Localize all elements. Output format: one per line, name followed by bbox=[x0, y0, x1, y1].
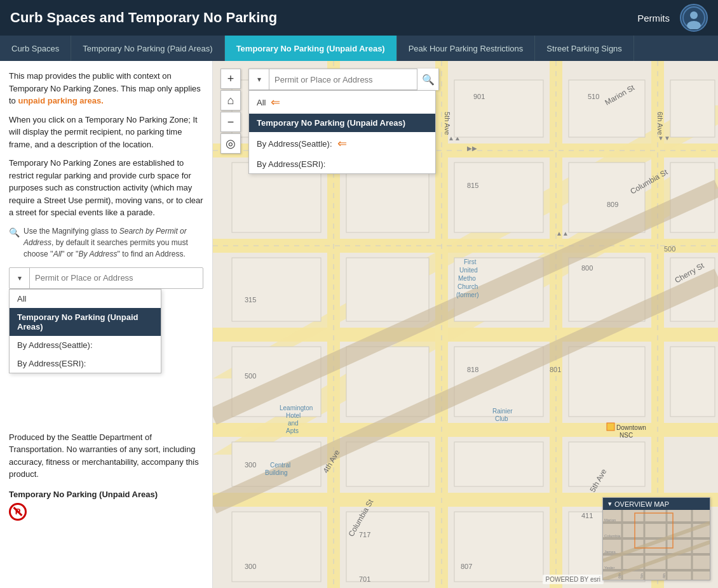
svg-text:809: 809 bbox=[607, 201, 618, 208]
sidebar-footer: Produced by the Seattle Department of Tr… bbox=[9, 431, 203, 481]
sidebar-search-bar: ▾ bbox=[9, 267, 203, 289]
svg-rect-53 bbox=[454, 512, 543, 582]
sidebar-search-input[interactable] bbox=[30, 273, 203, 283]
plus-icon: + bbox=[227, 72, 234, 86]
svg-text:First: First bbox=[464, 258, 477, 265]
svg-text:▲▲: ▲▲ bbox=[556, 230, 569, 237]
svg-text:and: and bbox=[288, 420, 299, 427]
locate-button[interactable]: ◎ bbox=[220, 133, 241, 154]
map-dropdown-item-seattle[interactable]: By Address(Seattle): ⇐ bbox=[249, 132, 435, 155]
svg-text:Club: Club bbox=[495, 415, 508, 422]
svg-rect-37 bbox=[232, 258, 321, 321]
sidebar-dropdown-item-esri[interactable]: By Address(ESRI): bbox=[10, 354, 161, 373]
sidebar-dropdown-menu: All Temporary No Parking (Unpaid Areas) … bbox=[9, 289, 161, 373]
overview-map-title: ▾ OVERVIEW MAP bbox=[603, 498, 710, 510]
map-search-bar: ▾ 🔍 bbox=[248, 69, 439, 90]
sidebar-search-wrap: ▾ All Temporary No Parking (Unpaid Areas… bbox=[9, 267, 203, 289]
svg-text:815: 815 bbox=[467, 182, 478, 189]
svg-rect-38 bbox=[346, 258, 429, 321]
map-dropdown-item-all[interactable]: All ⇐ bbox=[249, 91, 435, 114]
svg-text:701: 701 bbox=[359, 575, 370, 583]
sidebar-dropdown-item-all[interactable]: All bbox=[10, 290, 161, 308]
svg-text:5th Ave: 5th Ave bbox=[444, 112, 451, 135]
map-area[interactable]: ▼▼ ▲▲ ▼▼ ▲▲ ◀◀ ▶▶ bbox=[213, 61, 718, 588]
svg-text:411: 411 bbox=[581, 512, 593, 519]
chevron-down-icon: ▾ bbox=[18, 274, 22, 283]
avatar[interactable] bbox=[680, 4, 708, 32]
svg-text:NSC: NSC bbox=[620, 432, 633, 439]
svg-text:Apts: Apts bbox=[286, 427, 299, 434]
arrow-right-icon-2: ⇐ bbox=[337, 137, 347, 150]
sidebar-desc1: This map provides the public with contex… bbox=[9, 70, 203, 107]
tab-temp-no-parking-unpaid[interactable]: Temporary No Parking (Unpaid Areas) bbox=[225, 36, 397, 61]
tab-temp-no-parking-paid[interactable]: Temporary No Parking (Paid Areas) bbox=[71, 36, 224, 61]
svg-rect-34 bbox=[454, 163, 543, 232]
svg-text:Central: Central bbox=[270, 462, 290, 469]
home-button[interactable]: ⌂ bbox=[220, 90, 241, 110]
svg-text:Leamington: Leamington bbox=[280, 404, 313, 411]
esri-label: POWERED BY esri bbox=[546, 576, 601, 583]
legend-title: Temporary No Parking (Unpaid Areas) bbox=[9, 490, 203, 499]
map-dropdown-trigger[interactable]: ▾ bbox=[249, 69, 269, 90]
app-title: Curb Spaces and Temporary No Parking bbox=[10, 10, 277, 26]
svg-text:818: 818 bbox=[467, 366, 478, 373]
map-search-input[interactable] bbox=[269, 75, 417, 84]
svg-text:James: James bbox=[604, 550, 616, 554]
svg-rect-51 bbox=[232, 512, 321, 582]
minus-icon: − bbox=[227, 116, 234, 129]
svg-text:300: 300 bbox=[245, 563, 256, 570]
svg-text:Metho: Metho bbox=[458, 275, 476, 282]
svg-text:Marion: Marion bbox=[604, 518, 616, 522]
svg-text:4th: 4th bbox=[662, 573, 666, 578]
map-controls: + ⌂ − ◎ bbox=[220, 69, 241, 154]
sidebar-dropdown-item-unpaid[interactable]: Temporary No Parking (Unpaid Areas) bbox=[10, 308, 161, 336]
map-search-wrap: ▾ 🔍 All ⇐ Temporary No Parking (Unpaid A… bbox=[248, 69, 439, 90]
zoom-out-button[interactable]: − bbox=[220, 112, 241, 132]
svg-text:500: 500 bbox=[245, 372, 256, 380]
header-right: Permits bbox=[637, 4, 708, 32]
svg-point-1 bbox=[690, 11, 698, 19]
svg-text:Church: Church bbox=[457, 283, 478, 290]
svg-text:5th: 5th bbox=[640, 573, 644, 578]
tabs-bar: Curb Spaces Temporary No Parking (Paid A… bbox=[0, 36, 718, 61]
svg-text:901: 901 bbox=[473, 93, 485, 100]
map-search-button[interactable]: 🔍 bbox=[417, 69, 438, 90]
chevron-down-icon: ▾ bbox=[257, 75, 261, 84]
permits-link[interactable]: Permits bbox=[637, 13, 670, 23]
overview-map-content: Marion Columbia James Yesler 6th 5th 4th bbox=[603, 510, 710, 580]
esri-logo: POWERED BY esri bbox=[543, 575, 604, 584]
svg-text:807: 807 bbox=[461, 563, 472, 570]
svg-rect-50 bbox=[569, 442, 645, 486]
locate-icon: ◎ bbox=[226, 137, 236, 150]
svg-rect-45 bbox=[569, 347, 645, 417]
search-hint: 🔍 Use the Magnifying glass to Search by … bbox=[9, 225, 203, 260]
search-icon: 🔍 bbox=[422, 74, 435, 86]
magnify-icon: 🔍 bbox=[9, 226, 20, 260]
tab-street-parking[interactable]: Street Parking Signs bbox=[535, 36, 634, 61]
svg-text:Building: Building bbox=[265, 469, 288, 476]
zoom-in-button[interactable]: + bbox=[220, 69, 241, 89]
tab-curb-spaces[interactable]: Curb Spaces bbox=[0, 36, 71, 61]
svg-text:(former): (former) bbox=[456, 291, 479, 298]
svg-text:6th: 6th bbox=[618, 573, 621, 578]
svg-text:500: 500 bbox=[664, 245, 675, 253]
tab-peak-hour[interactable]: Peak Hour Parking Restrictions bbox=[397, 36, 536, 61]
svg-rect-93 bbox=[607, 423, 614, 431]
svg-text:Yesler: Yesler bbox=[604, 566, 614, 570]
svg-text:Columbia: Columbia bbox=[604, 534, 621, 538]
sidebar-dropdown-item-seattle[interactable]: By Address(Seattle): bbox=[10, 336, 161, 354]
sidebar-dropdown-trigger[interactable]: ▾ bbox=[10, 268, 30, 288]
svg-text:6th Ave: 6th Ave bbox=[656, 112, 664, 135]
map-dropdown-item-unpaid[interactable]: Temporary No Parking (Unpaid Areas) bbox=[249, 114, 435, 132]
overview-map: ▾ OVERVIEW MAP bbox=[602, 497, 710, 580]
arrow-right-icon: ⇐ bbox=[271, 95, 280, 109]
svg-text:315: 315 bbox=[245, 296, 256, 304]
svg-text:Hotel: Hotel bbox=[286, 412, 301, 419]
svg-text:300: 300 bbox=[245, 461, 256, 469]
svg-text:Downtown: Downtown bbox=[616, 424, 646, 431]
svg-text:Rainier: Rainier bbox=[492, 408, 513, 415]
svg-text:▶▶: ▶▶ bbox=[467, 145, 477, 152]
sidebar: This map provides the public with contex… bbox=[0, 61, 213, 588]
home-icon: ⌂ bbox=[227, 94, 234, 107]
map-dropdown-item-esri[interactable]: By Address(ESRI): bbox=[249, 155, 435, 173]
